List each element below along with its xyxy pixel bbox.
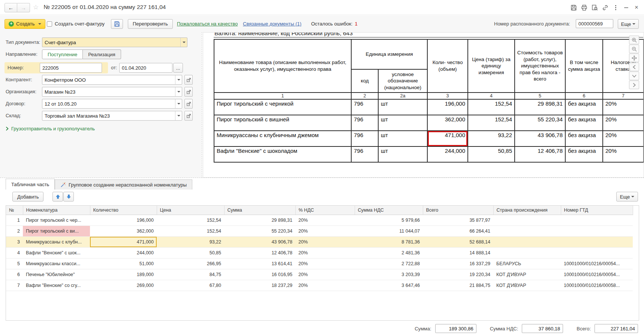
grid-cell[interactable]: 152,54	[157, 215, 224, 225]
grid-row[interactable]: 6Печенье "Юбилейное"189,00084,7516 016,9…	[6, 269, 633, 280]
grid-cell[interactable]: 2 481,36	[355, 247, 423, 258]
preview-cell[interactable]: без акциза	[565, 115, 603, 131]
grid-cell[interactable]: 84,75	[157, 269, 224, 280]
grid-cell[interactable]	[493, 247, 561, 258]
organization-open-button[interactable]	[184, 87, 193, 97]
link-icon[interactable]	[601, 4, 609, 11]
grid-column-header[interactable]: Количество	[90, 206, 157, 215]
grid-column-header[interactable]: Цена	[157, 206, 224, 215]
grid-cell[interactable]: 5	[6, 258, 23, 269]
direction-sale-button[interactable]: Реализация	[83, 49, 121, 59]
grid-cell[interactable]: 20%	[295, 236, 355, 247]
vat-sum-field[interactable]: 37 860,18	[522, 324, 563, 333]
preview-cell[interactable]: 20%	[603, 115, 644, 131]
grid-column-header[interactable]: Страна происхождения	[493, 206, 561, 215]
date-picker-button[interactable]: ...	[173, 63, 183, 73]
doc-type-combo[interactable]: Счет-фактура	[42, 37, 187, 47]
complain-quality-link[interactable]: Пожаловаться на качество	[177, 21, 238, 27]
warehouse-open-button[interactable]	[184, 111, 193, 121]
grid-cell[interactable]: 20%	[295, 269, 355, 280]
grid-cell[interactable]: 18 237,29	[224, 280, 295, 291]
contract-combo[interactable]: 12 от 10.05.20	[42, 99, 182, 109]
grid-cell[interactable]: 20%	[295, 280, 355, 291]
direction-receipt-button[interactable]: Поступление	[42, 49, 83, 59]
favorite-star-icon[interactable]: ☆	[33, 3, 39, 11]
preview-cell[interactable]: без акциза	[565, 131, 603, 146]
grid-cell[interactable]: 16 016,95	[224, 269, 295, 280]
grid-cell[interactable]: 1	[6, 215, 23, 225]
zoom-out-button[interactable]	[629, 45, 639, 53]
warehouse-combo[interactable]: Торговый зал Магазина №23	[42, 111, 182, 121]
grid-cell[interactable]: 43 906,78	[224, 236, 295, 247]
grid-cell[interactable]	[561, 236, 633, 247]
preview-cell[interactable]: 29 898,31	[515, 99, 565, 115]
preview-cell[interactable]: Миникруассаны с клубничным джемом	[214, 131, 351, 146]
grid-cell[interactable]: 189,000	[90, 269, 157, 280]
add-row-button[interactable]: Добавить	[12, 192, 43, 202]
grid-cell[interactable]: 6	[6, 269, 23, 280]
preview-cell[interactable]: 20%	[603, 131, 644, 146]
preview-cell[interactable]: шт	[378, 115, 427, 131]
total-field[interactable]: 227 161,04	[595, 324, 638, 333]
preview-cell[interactable]: 20%	[603, 146, 644, 162]
preview-cell[interactable]: 12 406,78	[515, 146, 565, 162]
grid-cell[interactable]: 50,85	[157, 247, 224, 258]
sum-field[interactable]: 189 300,86	[435, 324, 476, 333]
preview-cell[interactable]: без акциза	[565, 99, 603, 115]
grid-cell[interactable]: 11 044,07	[355, 225, 423, 236]
grid-row[interactable]: 4Вафли "Венские" с шок...244,00050,8512 …	[6, 247, 633, 258]
grid-cell[interactable]: Вафли "Венские" со сгу...	[23, 280, 90, 291]
tab-group-creation[interactable]: Групповое создание нераспознанной номенк…	[55, 179, 192, 190]
chevron-down-icon[interactable]	[180, 38, 187, 47]
grid-cell[interactable]: 13 614,41	[224, 258, 295, 269]
more-button-top[interactable]: Еще	[618, 19, 639, 29]
forward-button[interactable]: →	[17, 3, 30, 12]
preview-cell[interactable]: 196,000	[427, 99, 468, 115]
scroll-left-button[interactable]	[629, 63, 639, 71]
preview-cell[interactable]: 20%	[603, 99, 644, 115]
grid-cell[interactable]: КОТ Д'ИВУАР	[493, 269, 561, 280]
horizontal-splitter[interactable]	[0, 178, 644, 178]
scroll-right-button[interactable]	[629, 81, 639, 89]
close-icon[interactable]: ×	[633, 4, 640, 11]
create-button[interactable]: + Создать	[4, 19, 45, 29]
move-row-up-button[interactable]	[52, 192, 63, 202]
grid-cell[interactable]: 3 647,46	[355, 280, 423, 291]
print-icon[interactable]	[580, 4, 588, 11]
save-icon[interactable]	[570, 4, 577, 11]
minimize-icon[interactable]	[622, 4, 630, 11]
grid-cell[interactable]: 266,95	[157, 258, 224, 269]
preview-cell[interactable]: 50,85	[468, 146, 515, 162]
grid-cell[interactable]: 471,000	[90, 236, 157, 247]
grid-row[interactable]: 2Пирог тирольский с ви...362,000152,5455…	[6, 225, 633, 236]
grid-cell[interactable]: 66 264,41	[423, 225, 493, 236]
preview-cell[interactable]: 796	[351, 131, 378, 146]
grid-cell[interactable]: 67,80	[157, 280, 224, 291]
grid-cell[interactable]: 10001000/010216/00054...	[561, 258, 633, 269]
grid-row[interactable]: 5Миникруассаны класси...51,000266,9513 6…	[6, 258, 633, 269]
preview-cell[interactable]: 43 906,78	[515, 131, 565, 146]
grid-cell[interactable]	[493, 215, 561, 225]
grid-cell[interactable]: 152,54	[157, 225, 224, 236]
tab-tabular-section[interactable]: Табличная часть	[6, 179, 55, 190]
grid-column-header[interactable]: №	[6, 206, 23, 215]
preview-cell[interactable]: Пирог тирольский с вишней	[214, 115, 351, 131]
number-input[interactable]: 222005	[40, 63, 102, 73]
preview-icon[interactable]	[591, 4, 598, 11]
grid-column-header[interactable]: Всего	[423, 206, 493, 215]
grid-cell[interactable]: 10001000/010216/00054...	[561, 269, 633, 280]
grid-cell[interactable]: 3 203,39	[355, 269, 423, 280]
grid-column-header[interactable]: Номер ГТД	[561, 206, 633, 215]
grid-cell[interactable]: 8 781,36	[355, 236, 423, 247]
grid-cell[interactable]: 3	[6, 236, 23, 247]
grid-cell[interactable]: 269,000	[90, 280, 157, 291]
preview-cell[interactable]: шт	[378, 131, 427, 146]
counterparty-combo[interactable]: Конфетпром ООО	[42, 75, 182, 85]
grid-cell[interactable]: Миникруассаны класси...	[23, 258, 90, 269]
grid-cell[interactable]	[493, 236, 561, 247]
kebab-menu-icon[interactable]	[612, 4, 619, 11]
preview-cell[interactable]: 152,54	[468, 99, 515, 115]
save-document-button[interactable]	[111, 19, 123, 29]
grid-cell[interactable]: 244,000	[90, 247, 157, 258]
grid-cell[interactable]: 20%	[295, 258, 355, 269]
